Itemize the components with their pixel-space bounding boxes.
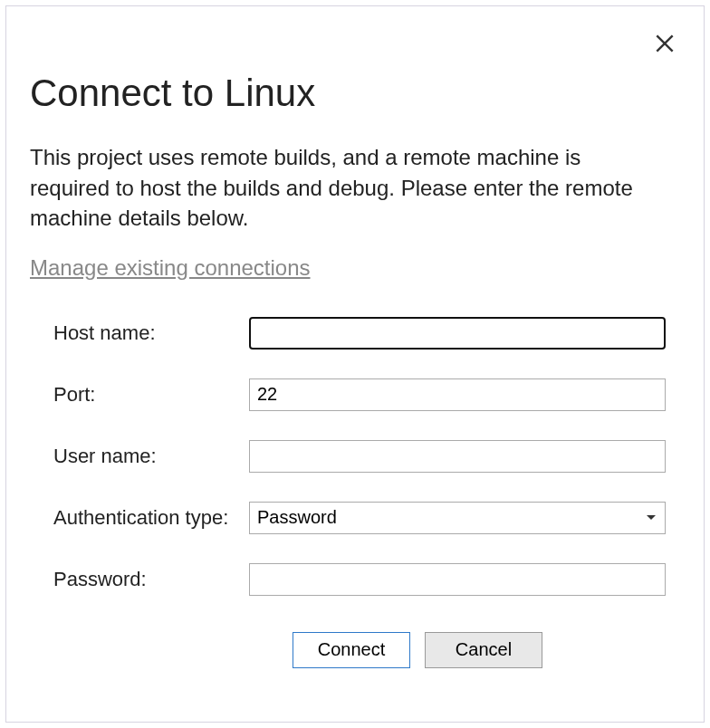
authtype-row: Authentication type: Password: [53, 502, 666, 534]
authtype-select[interactable]: Password: [249, 502, 666, 534]
hostname-row: Host name:: [53, 317, 666, 350]
connect-dialog: Connect to Linux This project uses remot…: [5, 5, 705, 723]
hostname-label: Host name:: [53, 321, 249, 345]
password-label: Password:: [53, 568, 249, 591]
authtype-label: Authentication type:: [53, 506, 249, 530]
port-row: Port:: [53, 378, 666, 411]
cancel-button[interactable]: Cancel: [425, 632, 542, 668]
close-icon[interactable]: [653, 32, 676, 55]
dialog-description: This project uses remote builds, and a r…: [6, 115, 704, 234]
dialog-buttons: Connect Cancel: [53, 632, 666, 668]
authtype-value: Password: [257, 507, 647, 528]
password-row: Password:: [53, 563, 666, 596]
username-input[interactable]: [249, 440, 666, 473]
password-input[interactable]: [249, 563, 666, 596]
connect-button[interactable]: Connect: [293, 632, 410, 668]
chevron-down-icon: [647, 515, 656, 520]
manage-connections-link[interactable]: Manage existing connections: [6, 234, 311, 281]
username-row: User name:: [53, 440, 666, 473]
port-input[interactable]: [249, 378, 666, 411]
username-label: User name:: [53, 445, 249, 468]
hostname-input[interactable]: [249, 317, 666, 350]
connection-form: Host name: Port: User name: Authenticati…: [6, 281, 704, 668]
dialog-title: Connect to Linux: [6, 6, 704, 115]
port-label: Port:: [53, 383, 249, 407]
